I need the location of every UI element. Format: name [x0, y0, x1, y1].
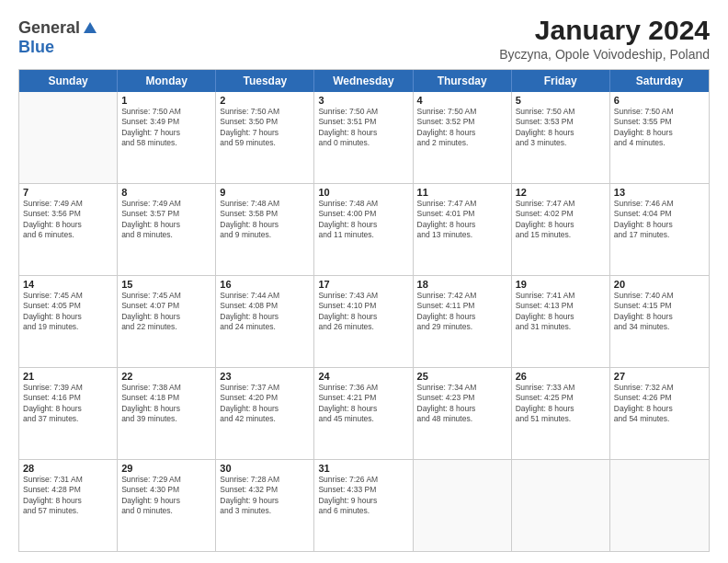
calendar-weekday-header: SundayMondayTuesdayWednesdayThursdayFrid…: [19, 70, 709, 92]
cell-day-number: 12: [516, 187, 606, 198]
weekday-header-saturday: Saturday: [610, 70, 709, 92]
calendar-cell: 24Sunrise: 7:36 AM Sunset: 4:21 PM Dayli…: [314, 368, 413, 459]
calendar-cell: 30Sunrise: 7:28 AM Sunset: 4:32 PM Dayli…: [216, 460, 314, 551]
cell-day-number: 30: [220, 463, 310, 474]
cell-info: Sunrise: 7:26 AM Sunset: 4:33 PM Dayligh…: [318, 475, 408, 517]
cell-day-number: 11: [417, 187, 507, 198]
calendar-cell: 14Sunrise: 7:45 AM Sunset: 4:05 PM Dayli…: [19, 276, 118, 367]
logo-icon: [82, 20, 98, 37]
cell-day-number: 26: [516, 371, 606, 382]
calendar-cell: 16Sunrise: 7:44 AM Sunset: 4:08 PM Dayli…: [216, 276, 314, 367]
cell-info: Sunrise: 7:39 AM Sunset: 4:16 PM Dayligh…: [23, 383, 113, 425]
weekday-header-thursday: Thursday: [414, 70, 512, 92]
cell-info: Sunrise: 7:50 AM Sunset: 3:49 PM Dayligh…: [121, 107, 211, 149]
cell-info: Sunrise: 7:50 AM Sunset: 3:50 PM Dayligh…: [220, 107, 310, 149]
calendar-row: 28Sunrise: 7:31 AM Sunset: 4:28 PM Dayli…: [19, 460, 709, 551]
calendar-cell: 8Sunrise: 7:49 AM Sunset: 3:57 PM Daylig…: [118, 184, 216, 275]
cell-day-number: 15: [121, 279, 211, 290]
cell-info: Sunrise: 7:28 AM Sunset: 4:32 PM Dayligh…: [220, 475, 310, 517]
cell-day-number: 19: [516, 279, 606, 290]
calendar-cell: 28Sunrise: 7:31 AM Sunset: 4:28 PM Dayli…: [19, 460, 118, 551]
cell-day-number: 17: [318, 279, 408, 290]
cell-info: Sunrise: 7:50 AM Sunset: 3:55 PM Dayligh…: [614, 107, 705, 149]
calendar-cell: 2Sunrise: 7:50 AM Sunset: 3:50 PM Daylig…: [216, 92, 314, 183]
cell-info: Sunrise: 7:42 AM Sunset: 4:11 PM Dayligh…: [417, 291, 507, 333]
calendar-cell: 4Sunrise: 7:50 AM Sunset: 3:52 PM Daylig…: [414, 92, 512, 183]
calendar-row: 7Sunrise: 7:49 AM Sunset: 3:56 PM Daylig…: [19, 184, 709, 276]
calendar-cell: 7Sunrise: 7:49 AM Sunset: 3:56 PM Daylig…: [19, 184, 118, 275]
calendar-cell: 26Sunrise: 7:33 AM Sunset: 4:25 PM Dayli…: [512, 368, 610, 459]
cell-day-number: 25: [417, 371, 507, 382]
cell-info: Sunrise: 7:32 AM Sunset: 4:26 PM Dayligh…: [614, 383, 705, 425]
calendar-cell: 1Sunrise: 7:50 AM Sunset: 3:49 PM Daylig…: [118, 92, 216, 183]
page: General Blue January 2024 Byczyna, Opole…: [0, 0, 728, 563]
logo-blue-text: Blue: [18, 38, 54, 56]
cell-day-number: 1: [121, 95, 211, 106]
header: General Blue January 2024 Byczyna, Opole…: [18, 15, 710, 62]
cell-day-number: 16: [220, 279, 310, 290]
weekday-header-tuesday: Tuesday: [216, 70, 314, 92]
cell-day-number: 9: [220, 187, 310, 198]
cell-info: Sunrise: 7:44 AM Sunset: 4:08 PM Dayligh…: [220, 291, 310, 333]
calendar-row: 14Sunrise: 7:45 AM Sunset: 4:05 PM Dayli…: [19, 276, 709, 368]
cell-day-number: 6: [614, 95, 705, 106]
calendar-cell: 20Sunrise: 7:40 AM Sunset: 4:15 PM Dayli…: [610, 276, 709, 367]
calendar-cell: 27Sunrise: 7:32 AM Sunset: 4:26 PM Dayli…: [610, 368, 709, 459]
weekday-header-sunday: Sunday: [19, 70, 118, 92]
cell-day-number: 2: [220, 95, 310, 106]
cell-day-number: 8: [121, 187, 211, 198]
cell-day-number: 3: [318, 95, 408, 106]
cell-info: Sunrise: 7:37 AM Sunset: 4:20 PM Dayligh…: [220, 383, 310, 425]
cell-info: Sunrise: 7:34 AM Sunset: 4:23 PM Dayligh…: [417, 383, 507, 425]
calendar-cell: 3Sunrise: 7:50 AM Sunset: 3:51 PM Daylig…: [314, 92, 413, 183]
calendar-cell: [610, 460, 709, 551]
calendar-cell: 11Sunrise: 7:47 AM Sunset: 4:01 PM Dayli…: [414, 184, 512, 275]
calendar-cell: 21Sunrise: 7:39 AM Sunset: 4:16 PM Dayli…: [19, 368, 118, 459]
cell-info: Sunrise: 7:47 AM Sunset: 4:02 PM Dayligh…: [516, 199, 606, 241]
cell-day-number: 31: [318, 463, 408, 474]
logo: General Blue: [18, 18, 98, 57]
cell-info: Sunrise: 7:31 AM Sunset: 4:28 PM Dayligh…: [23, 475, 113, 517]
weekday-header-friday: Friday: [512, 70, 610, 92]
svg-marker-0: [84, 22, 97, 33]
cell-day-number: 18: [417, 279, 507, 290]
calendar-subtitle: Byczyna, Opole Voivodeship, Poland: [499, 47, 710, 62]
calendar-cell: [19, 92, 118, 183]
cell-day-number: 7: [23, 187, 113, 198]
calendar-cell: 17Sunrise: 7:43 AM Sunset: 4:10 PM Dayli…: [314, 276, 413, 367]
calendar-row: 21Sunrise: 7:39 AM Sunset: 4:16 PM Dayli…: [19, 368, 709, 460]
calendar-row: 1Sunrise: 7:50 AM Sunset: 3:49 PM Daylig…: [19, 92, 709, 184]
logo-general-text: General: [18, 18, 80, 38]
cell-day-number: 27: [614, 371, 705, 382]
cell-day-number: 22: [121, 371, 211, 382]
cell-day-number: 29: [121, 463, 211, 474]
cell-info: Sunrise: 7:38 AM Sunset: 4:18 PM Dayligh…: [121, 383, 211, 425]
cell-info: Sunrise: 7:33 AM Sunset: 4:25 PM Dayligh…: [516, 383, 606, 425]
calendar: SundayMondayTuesdayWednesdayThursdayFrid…: [18, 69, 710, 552]
cell-info: Sunrise: 7:41 AM Sunset: 4:13 PM Dayligh…: [516, 291, 606, 333]
cell-day-number: 23: [220, 371, 310, 382]
calendar-cell: 10Sunrise: 7:48 AM Sunset: 4:00 PM Dayli…: [314, 184, 413, 275]
cell-day-number: 4: [417, 95, 507, 106]
cell-info: Sunrise: 7:50 AM Sunset: 3:51 PM Dayligh…: [318, 107, 408, 149]
cell-day-number: 20: [614, 279, 705, 290]
cell-info: Sunrise: 7:36 AM Sunset: 4:21 PM Dayligh…: [318, 383, 408, 425]
calendar-cell: [414, 460, 512, 551]
cell-info: Sunrise: 7:45 AM Sunset: 4:07 PM Dayligh…: [121, 291, 211, 333]
cell-day-number: 24: [318, 371, 408, 382]
calendar-cell: 29Sunrise: 7:29 AM Sunset: 4:30 PM Dayli…: [118, 460, 216, 551]
calendar-cell: 22Sunrise: 7:38 AM Sunset: 4:18 PM Dayli…: [118, 368, 216, 459]
weekday-header-wednesday: Wednesday: [314, 70, 413, 92]
cell-day-number: 14: [23, 279, 113, 290]
cell-info: Sunrise: 7:50 AM Sunset: 3:52 PM Dayligh…: [417, 107, 507, 149]
cell-info: Sunrise: 7:48 AM Sunset: 3:58 PM Dayligh…: [220, 199, 310, 241]
cell-day-number: 21: [23, 371, 113, 382]
cell-info: Sunrise: 7:43 AM Sunset: 4:10 PM Dayligh…: [318, 291, 408, 333]
cell-info: Sunrise: 7:48 AM Sunset: 4:00 PM Dayligh…: [318, 199, 408, 241]
calendar-cell: 13Sunrise: 7:46 AM Sunset: 4:04 PM Dayli…: [610, 184, 709, 275]
cell-info: Sunrise: 7:47 AM Sunset: 4:01 PM Dayligh…: [417, 199, 507, 241]
cell-day-number: 13: [614, 187, 705, 198]
cell-day-number: 28: [23, 463, 113, 474]
calendar-cell: 12Sunrise: 7:47 AM Sunset: 4:02 PM Dayli…: [512, 184, 610, 275]
calendar-title: January 2024: [499, 15, 710, 45]
